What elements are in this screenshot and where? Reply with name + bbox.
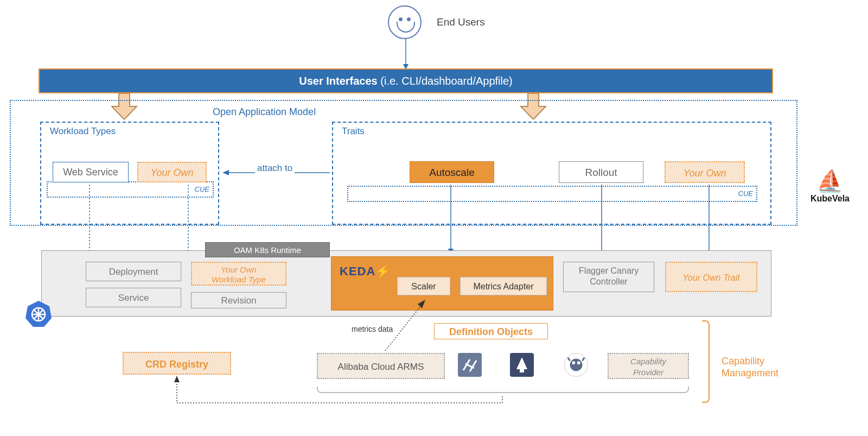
- cp-l2: Provider: [633, 368, 663, 377]
- svg-point-31: [37, 313, 40, 316]
- dotted-arrow-metrics: [380, 298, 445, 352]
- svg-point-22: [572, 361, 575, 364]
- metrics-adapter-box: Metrics Adapter: [460, 277, 547, 295]
- capability-bracket: [702, 320, 710, 403]
- provider-icon-1: [458, 353, 482, 377]
- cue-label-wl: CUE: [195, 185, 209, 193]
- flagger-l2: Controller: [590, 277, 627, 286]
- sailboat-icon: ⛵: [806, 168, 854, 194]
- traits-title: Traits: [342, 126, 365, 137]
- cm-l1: Capability: [722, 356, 764, 367]
- cue-traits-box: CUE: [347, 186, 757, 202]
- bolt-icon: ⚡: [375, 264, 391, 278]
- kubevela-text: KubeVela: [806, 194, 854, 204]
- your-own-workload-box: Your Own: [137, 162, 207, 182]
- attach-to-label: attach to: [255, 163, 295, 174]
- your-own-trait-box: Your Own: [665, 161, 745, 183]
- crd-registry-box: CRD Registry: [123, 352, 231, 375]
- provider-icon-3: [564, 353, 588, 377]
- alibaba-arms-box: Alibaba Cloud ARMS: [317, 353, 445, 379]
- service-box: Service: [86, 288, 181, 307]
- svg-point-21: [570, 359, 583, 371]
- autoscale-box: Autoscale: [410, 161, 494, 183]
- arrow-yourowntrait-rt: [705, 185, 713, 261]
- your-own-workload-type-box: Your Own Workload Type: [191, 262, 286, 286]
- ui-label-bold: User Interfaces: [299, 75, 378, 87]
- cm-l2: Management: [722, 368, 778, 378]
- kubernetes-icon: [24, 300, 53, 328]
- dotted-arrow-webservice: [86, 185, 93, 261]
- svg-marker-15: [418, 300, 425, 308]
- definition-objects-box: Definition Objects: [434, 323, 548, 339]
- web-service-box: Web Service: [53, 162, 129, 182]
- runtime-label: OAM K8s Runtime: [205, 242, 330, 257]
- end-users-label: End Users: [437, 16, 485, 28]
- cue-label-traits: CUE: [738, 189, 753, 198]
- scaler-box: Scaler: [397, 277, 450, 295]
- flagger-box: Flagger Canary Controller: [563, 262, 654, 292]
- svg-marker-19: [516, 357, 527, 369]
- revision-box: Revision: [191, 292, 286, 308]
- cp-l1: Capability: [630, 357, 666, 366]
- arrow-autoscale-keda: [447, 185, 455, 255]
- flagger-l1: Flagger Canary: [579, 266, 639, 275]
- svg-line-14: [385, 303, 423, 351]
- svg-point-23: [577, 361, 580, 364]
- arrow-endusers-to-ui: [401, 39, 410, 69]
- ui-label-rest: (i.e. CLI/dashboard/Appfile): [378, 75, 513, 87]
- provider-icon-2: [510, 353, 534, 377]
- deployment-box: Deployment: [86, 262, 181, 281]
- yowt-l1: Your Own: [221, 265, 257, 274]
- your-own-trait-runtime-box: Your Own Trait: [665, 262, 757, 292]
- dotted-path-providers-crd: [173, 376, 509, 408]
- yowt-l2: Workload Type: [212, 275, 266, 284]
- capability-management-label: Capability Management: [722, 355, 787, 379]
- keda-logo: KEDA⚡: [340, 264, 391, 279]
- workload-types-title: Workload Types: [50, 126, 116, 137]
- keda-text: KEDA: [340, 264, 375, 278]
- dotted-arrow-yourownwl: [184, 185, 192, 261]
- svg-marker-1: [403, 64, 409, 69]
- capability-provider-box: Capability Provider: [608, 353, 689, 379]
- end-user-face-icon: [388, 5, 422, 39]
- rollout-box: Rollout: [559, 161, 643, 183]
- svg-rect-20: [520, 369, 524, 372]
- kubevela-logo: ⛵ KubeVela: [806, 168, 854, 204]
- svg-marker-24: [174, 376, 180, 382]
- svg-marker-3: [222, 170, 229, 175]
- user-interfaces-bar: User Interfaces (i.e. CLI/dashboard/Appf…: [40, 69, 772, 92]
- oam-label: Open Application Model: [213, 106, 316, 118]
- arrow-rollout-flagger: [598, 185, 605, 261]
